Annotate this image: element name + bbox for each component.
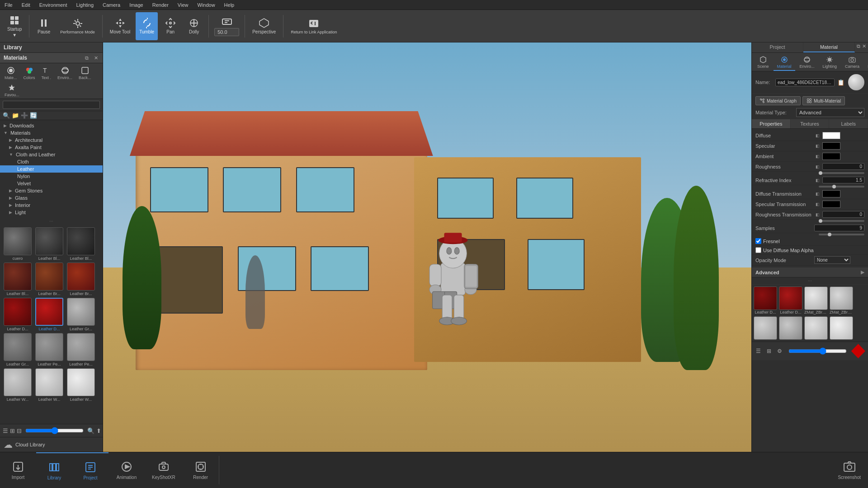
use-diffuse-map-checkbox[interactable] xyxy=(755,247,761,253)
material-type-select[interactable]: Advanced Diffuse Glass Metal xyxy=(796,108,864,117)
menu-camera[interactable]: Camera xyxy=(98,1,125,9)
roughness-transmission-input[interactable] xyxy=(822,211,864,218)
thumb-leather-w-2[interactable]: Leather W... xyxy=(34,368,64,402)
pan-btn[interactable]: Pan xyxy=(160,12,181,40)
thumb-leather-bl-1[interactable]: Leather Bl... xyxy=(34,227,64,261)
samples-input[interactable] xyxy=(814,225,864,231)
screenshot-btn[interactable]: Screenshot xyxy=(830,452,868,488)
scene-tab-material[interactable]: Material xyxy=(774,55,795,71)
tree-item-leather[interactable]: Leather xyxy=(0,165,103,173)
menu-file[interactable]: File xyxy=(0,1,17,9)
thumb-leather-pe-1[interactable]: Leather Pe... xyxy=(34,333,64,366)
dt-color-swatch[interactable] xyxy=(822,190,840,197)
roughness-slider[interactable] xyxy=(819,172,864,174)
specular-map-icon[interactable]: ◧ xyxy=(814,143,821,149)
animation-btn[interactable]: Animation xyxy=(108,452,145,488)
menu-lighting[interactable]: Lighting xyxy=(71,1,98,9)
grid-view-icon[interactable]: ⊞ xyxy=(765,347,774,355)
tree-item-materials[interactable]: ▼Materials xyxy=(0,129,103,136)
tab-back[interactable]: Back... xyxy=(76,65,94,81)
tree-item-cloth-leather[interactable]: ▼Cloth and Leather xyxy=(0,151,103,158)
ambient-map-icon[interactable]: ◧ xyxy=(814,153,821,160)
grid-view-btn[interactable]: ⊞ xyxy=(10,426,15,435)
samples-slider[interactable] xyxy=(819,234,864,235)
return-link-btn[interactable]: Return to Link Application xyxy=(287,12,340,40)
cloud-library[interactable]: ☁ Cloud Library xyxy=(0,437,103,452)
zoom-slider[interactable] xyxy=(25,427,84,434)
render-btn[interactable]: Render xyxy=(183,452,219,488)
menu-render[interactable]: Render xyxy=(148,1,173,9)
right-thumb-zmat-1[interactable]: ZMat_ZBru... xyxy=(804,286,828,314)
list-view-icon[interactable]: ☰ xyxy=(755,347,763,355)
expand-right-icon[interactable]: ⧉ xyxy=(857,43,860,52)
prop-tab-labels[interactable]: Labels xyxy=(829,119,868,128)
copy-name-icon[interactable]: 📋 xyxy=(837,79,844,86)
specular-color-swatch[interactable] xyxy=(822,142,840,150)
thumb-cuero[interactable]: cuero xyxy=(3,227,33,261)
right-thumb-6[interactable] xyxy=(830,316,853,340)
tree-item-light[interactable]: ▶Light xyxy=(0,209,103,216)
refresh-icon[interactable]: 🔄 xyxy=(30,112,37,119)
list-view-btn[interactable]: ☰ xyxy=(3,426,8,435)
tab-colors[interactable]: Colors xyxy=(21,65,38,81)
right-thumb-3[interactable] xyxy=(754,316,777,340)
tree-item-architectural[interactable]: ▶Architectural xyxy=(0,136,103,144)
scene-tab-camera[interactable]: Camera xyxy=(841,55,863,71)
advanced-section-header[interactable]: Advanced ▶ xyxy=(752,267,868,277)
library-btn[interactable]: Library xyxy=(36,452,72,488)
tree-item-glass[interactable]: ▶Glass xyxy=(0,194,103,202)
opacity-mode-select[interactable]: None Alpha xyxy=(814,256,850,264)
perspective-btn[interactable]: Perspective xyxy=(249,12,279,40)
tab-favou[interactable]: Favou... xyxy=(2,82,22,99)
thumb-leather-gr-1[interactable]: Leather Gr... xyxy=(66,298,96,331)
thumb-leather-d-1[interactable]: Leather D... xyxy=(3,298,33,331)
close-right-icon[interactable]: ✕ xyxy=(862,43,866,52)
diffuse-color-swatch[interactable] xyxy=(822,132,840,139)
arrow-up-icon[interactable]: ⬆ xyxy=(96,426,101,435)
multi-material-btn[interactable]: Multi-Material xyxy=(802,96,845,105)
thumb-leather-br-2[interactable]: Leather Br... xyxy=(66,263,96,296)
thumb-leather-bl-2[interactable]: Leather Bl... xyxy=(66,227,96,261)
thumb-leather-br-1[interactable]: Leather Br... xyxy=(34,263,64,296)
tree-item-downloads[interactable]: ▶Downloads xyxy=(0,122,103,129)
grid-view-small-btn[interactable]: ⊟ xyxy=(17,426,22,435)
diffuse-map-icon[interactable]: ◧ xyxy=(814,132,821,139)
move-tool-btn[interactable]: Move Tool xyxy=(106,12,134,40)
dolly-btn[interactable]: Dolly xyxy=(183,12,205,40)
zoom-input[interactable] xyxy=(214,28,239,36)
refractive-map-icon[interactable]: ◧ xyxy=(814,177,821,183)
dt-map-icon[interactable]: ◧ xyxy=(814,191,821,197)
scene-tab-lighting[interactable]: Lighting xyxy=(819,55,841,71)
menu-view[interactable]: View xyxy=(173,1,193,9)
menu-image[interactable]: Image xyxy=(125,1,148,9)
proj-tab-project[interactable]: Project xyxy=(752,42,803,52)
roughness-input[interactable] xyxy=(822,163,864,170)
st-map-icon[interactable]: ◧ xyxy=(814,201,821,207)
tree-item-axalta[interactable]: ▶Axalta Paint xyxy=(0,144,103,151)
performance-mode-btn[interactable]: Performance Mode xyxy=(57,12,99,40)
thumb-leather-w-1[interactable]: Leather W... xyxy=(3,368,33,402)
ambient-color-swatch[interactable] xyxy=(822,153,840,160)
settings-icon[interactable]: ⚙ xyxy=(776,347,784,355)
menu-window[interactable]: Window xyxy=(193,1,219,9)
startup-btn[interactable]: Startup ▼ xyxy=(4,12,25,40)
fresnel-checkbox[interactable] xyxy=(755,238,761,244)
material-graph-btn[interactable]: Material Graph xyxy=(755,96,801,105)
search-input[interactable] xyxy=(3,101,100,109)
proj-tab-material[interactable]: Material xyxy=(803,42,855,52)
right-thumb-4[interactable] xyxy=(779,316,802,340)
search-icon[interactable]: 🔍 xyxy=(3,112,10,119)
refractive-slider[interactable] xyxy=(819,186,864,188)
keyshot-xr-btn[interactable]: KeyShotXR xyxy=(145,452,183,488)
thumb-leather-d-2[interactable]: Leather D... xyxy=(34,298,64,331)
menu-environment[interactable]: Environment xyxy=(35,1,72,9)
rt-map-icon[interactable]: ◧ xyxy=(814,211,821,218)
right-zoom-slider[interactable] xyxy=(788,347,847,355)
thumb-leather-pe-2[interactable]: Leather Pe... xyxy=(66,333,96,366)
project-btn[interactable]: Project xyxy=(72,452,108,488)
tree-item-velvet[interactable]: Velvet xyxy=(0,180,103,187)
st-color-swatch[interactable] xyxy=(822,201,840,208)
right-thumb-leather-d1[interactable]: Leather D... xyxy=(754,286,777,314)
prop-tab-textures[interactable]: Textures xyxy=(791,119,830,128)
tab-materials[interactable]: Mate... xyxy=(2,65,20,81)
